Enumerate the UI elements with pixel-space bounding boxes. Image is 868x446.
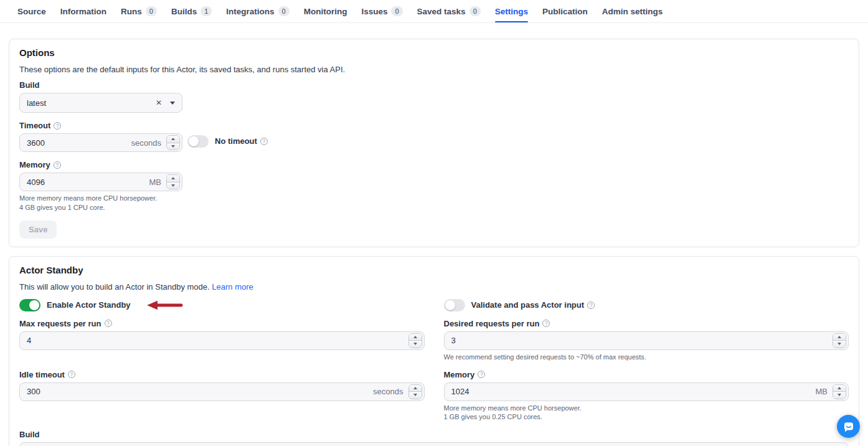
tab-admin-settings[interactable]: Admin settings: [602, 0, 663, 22]
tab-label: Source: [17, 7, 46, 16]
stepper-down-button[interactable]: [409, 392, 422, 399]
validate-input-row: Validate and pass Actor input ?: [444, 299, 849, 311]
stepper-down-button[interactable]: [833, 392, 846, 399]
chat-bubble-button[interactable]: [837, 415, 860, 438]
tab-issues[interactable]: Issues0: [361, 0, 402, 22]
enable-standby-toggle[interactable]: [19, 299, 40, 311]
info-icon[interactable]: ?: [105, 320, 112, 327]
standby-build-select[interactable]: latest ✕: [19, 442, 849, 446]
timeout-input[interactable]: [27, 138, 128, 148]
memory-unit-label: MB: [149, 178, 162, 187]
tab-settings[interactable]: Settings: [495, 0, 528, 22]
idle-timeout-field: seconds: [19, 382, 425, 401]
tab-badge: 0: [469, 6, 481, 16]
desired-requests-input[interactable]: [451, 336, 833, 345]
tab-badge: 1: [200, 6, 212, 16]
max-requests-input[interactable]: [27, 336, 408, 345]
tab-publication[interactable]: Publication: [542, 0, 588, 22]
tab-label: Integrations: [226, 7, 274, 16]
tab-label: Runs: [121, 7, 142, 16]
chevron-down-icon[interactable]: [170, 102, 175, 105]
tab-label: Saved tasks: [417, 7, 466, 16]
max-requests-field: [19, 331, 425, 350]
tab-information[interactable]: Information: [60, 0, 106, 22]
info-icon[interactable]: ?: [54, 161, 61, 169]
info-icon[interactable]: ?: [54, 122, 61, 130]
tab-label: Admin settings: [602, 7, 663, 16]
no-timeout-toggle[interactable]: [187, 135, 209, 148]
memory-input[interactable]: [27, 178, 146, 187]
stepper-up-button[interactable]: [833, 385, 846, 392]
tab-label: Settings: [495, 7, 528, 16]
memory-helper: More memory means more CPU horsepower. 4…: [19, 194, 849, 212]
standby-memory-unit-label: MB: [816, 387, 828, 396]
standby-card-description: This will allow you to build an Actor in…: [19, 282, 849, 292]
stepper-up-button[interactable]: [409, 385, 422, 392]
toggle-knob: [445, 300, 455, 310]
info-icon[interactable]: ?: [542, 320, 550, 327]
tab-label: Builds: [171, 7, 197, 16]
standby-memory-input[interactable]: [451, 387, 812, 396]
arrow-down-icon: [837, 343, 841, 345]
info-icon[interactable]: ?: [68, 371, 75, 378]
desired-requests-helper: We recommend setting desired requests to…: [444, 353, 849, 362]
idle-timeout-input[interactable]: [27, 387, 369, 396]
timeout-stepper: [166, 135, 180, 150]
tab-integrations[interactable]: Integrations0: [226, 0, 289, 22]
desired-requests-label: Desired requests per run ?: [444, 319, 849, 328]
build-select-value: latest: [27, 98, 156, 108]
clear-icon[interactable]: ✕: [156, 99, 162, 107]
validate-input-toggle[interactable]: [444, 299, 465, 311]
stepper-up-button[interactable]: [167, 136, 179, 143]
arrow-up-icon: [171, 177, 175, 179]
standby-memory-stepper: [833, 384, 846, 399]
tab-source[interactable]: Source: [17, 0, 46, 22]
arrow-up-icon: [837, 387, 841, 389]
memory-label: Memory ?: [19, 160, 849, 169]
tab-saved-tasks[interactable]: Saved tasks0: [417, 0, 481, 22]
standby-build-label: Build: [19, 430, 849, 439]
tab-monitoring[interactable]: Monitoring: [304, 0, 347, 22]
timeout-unit-label: seconds: [131, 138, 161, 148]
standby-memory-label: Memory ?: [444, 370, 849, 379]
idle-timeout-unit-label: seconds: [373, 387, 403, 396]
stepper-up-button[interactable]: [409, 334, 422, 341]
info-icon[interactable]: ?: [260, 138, 268, 145]
stepper-down-button[interactable]: [167, 143, 179, 150]
enable-standby-label: Enable Actor Standby: [47, 300, 131, 310]
tab-builds[interactable]: Builds1: [171, 0, 212, 22]
info-icon[interactable]: ?: [587, 301, 595, 309]
tab-label: Issues: [361, 7, 387, 16]
options-card-description: These options are the default inputs for…: [19, 65, 849, 74]
idle-timeout-label: Idle timeout ?: [19, 370, 425, 379]
arrow-up-icon: [171, 138, 175, 140]
annotation-arrow-icon: [147, 300, 183, 310]
build-label: Build: [19, 80, 849, 90]
standby-memory-field: MB: [444, 382, 849, 401]
idle-timeout-cell: Idle timeout ? seconds: [19, 370, 425, 401]
tab-badge: 0: [278, 6, 290, 16]
tab-badge: 0: [146, 6, 157, 16]
info-icon[interactable]: ?: [478, 371, 485, 378]
build-select[interactable]: latest ✕: [19, 93, 182, 113]
stepper-down-button[interactable]: [409, 341, 422, 348]
learn-more-link[interactable]: Learn more: [212, 282, 253, 292]
arrow-down-icon: [171, 184, 175, 187]
stepper-up-button[interactable]: [167, 175, 179, 183]
no-timeout-label: No timeout ?: [215, 136, 268, 146]
desired-requests-stepper: [833, 333, 846, 348]
standby-memory-helper: More memory means more CPU horsepower. 1…: [444, 404, 849, 422]
memory-field: MB: [19, 173, 182, 191]
tab-label: Information: [60, 7, 106, 16]
stepper-up-button[interactable]: [833, 334, 846, 341]
tab-runs[interactable]: Runs0: [121, 0, 157, 22]
tab-badge: 0: [391, 6, 402, 16]
arrow-up-icon: [413, 336, 417, 338]
stepper-down-button[interactable]: [833, 341, 846, 348]
stepper-down-button[interactable]: [167, 183, 179, 189]
memory-stepper: [166, 174, 180, 189]
timeout-label: Timeout ?: [19, 121, 849, 130]
idle-timeout-stepper: [408, 384, 422, 399]
save-button[interactable]: Save: [19, 221, 57, 239]
arrow-up-icon: [837, 336, 841, 338]
